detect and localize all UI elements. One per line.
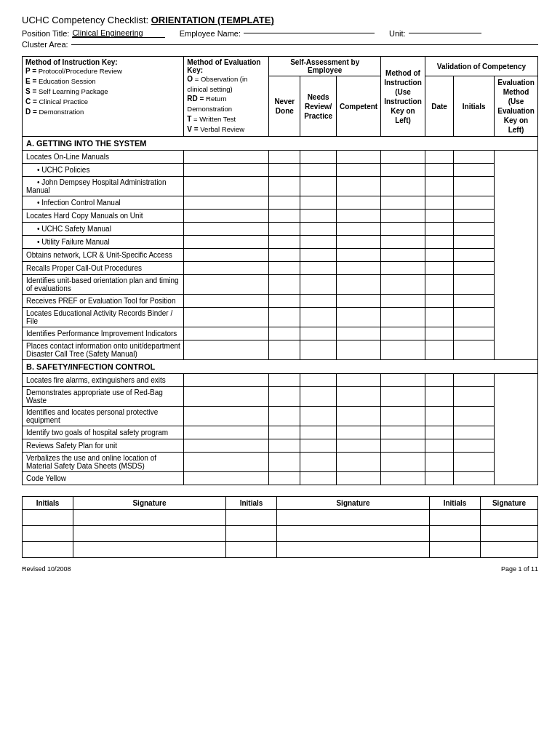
needs-review-header: Needs Review/ Practice [300, 76, 337, 137]
sig-signature-cell [277, 510, 430, 526]
needs-review-cell [269, 387, 300, 407]
sig-initials-cell [430, 542, 481, 558]
date-cell [381, 177, 425, 196]
needs-review-cell [269, 275, 300, 295]
task-cell: Reviews Safety Plan for unit [23, 439, 184, 453]
initials-cell [425, 426, 453, 439]
table-row: Identify two goals of hospital safety pr… [23, 426, 538, 439]
competent-cell [300, 196, 337, 210]
sig-row [23, 542, 538, 558]
sig-initials-cell [430, 510, 481, 526]
eval-cell [454, 275, 495, 295]
competent-cell [300, 407, 337, 426]
method-cell [336, 275, 380, 295]
method-cell [336, 177, 380, 196]
competent-cell [300, 262, 337, 275]
initials-cell [425, 262, 453, 275]
never-done-cell [184, 164, 269, 177]
validation-header: Validation of Competency [425, 57, 537, 76]
revised-text: Revised 10/2008 [22, 565, 71, 573]
sig-initials-cell [23, 526, 73, 542]
competent-cell [300, 340, 337, 360]
method-cell [336, 308, 380, 327]
needs-review-cell [269, 249, 300, 262]
method-cell [336, 295, 380, 308]
method-cell [336, 439, 380, 453]
never-done-header: Never Done [269, 76, 300, 137]
method-cell [336, 262, 380, 275]
needs-review-cell [269, 374, 300, 387]
needs-review-cell [269, 295, 300, 308]
never-done-cell [184, 223, 269, 236]
method-cell [336, 426, 380, 439]
task-cell: Locates Hard Copy Manuals on Unit [23, 210, 184, 223]
date-cell [381, 295, 425, 308]
sig-initials-cell [23, 510, 73, 526]
table-row: Reviews Safety Plan for unit [23, 439, 538, 453]
never-done-cell [184, 249, 269, 262]
table-row: Locates On-Line Manuals [23, 151, 538, 164]
competent-cell [300, 308, 337, 327]
date-cell [381, 151, 425, 164]
needs-review-cell [269, 439, 300, 453]
competent-cell [300, 223, 337, 236]
date-cell [381, 196, 425, 210]
method-cell [336, 407, 380, 426]
self-assessment-label: Self-Assessment by Employee [290, 58, 359, 74]
competent-cell [300, 275, 337, 295]
needs-review-cell [269, 308, 300, 327]
eval-cell [454, 295, 495, 308]
never-done-cell [184, 262, 269, 275]
bullet-task: Infection Control Manual [26, 199, 121, 207]
method-cell [336, 374, 380, 387]
competent-cell [300, 453, 337, 472]
needs-review-cell [269, 472, 300, 485]
task-cell: Recalls Proper Call-Out Procedures [23, 262, 184, 275]
eval-cell [454, 196, 495, 210]
method-cell [336, 249, 380, 262]
page-text: Page 1 of 11 [501, 565, 538, 573]
eval-cell [454, 177, 495, 196]
sig-signature-cell [481, 510, 538, 526]
competent-header: Competent [336, 76, 380, 137]
date-cell [381, 472, 425, 485]
sig-row [23, 526, 538, 542]
date-cell [381, 308, 425, 327]
bullet-task: John Dempsey Hospital Administration Man… [26, 178, 166, 194]
initials-cell [425, 249, 453, 262]
initials-cell [425, 327, 453, 340]
needs-review-cell [269, 407, 300, 426]
needs-review-cell [269, 151, 300, 164]
initials-cell [425, 472, 453, 485]
initials-cell [425, 151, 453, 164]
self-assessment-header: Self-Assessment by Employee [269, 57, 381, 76]
eval-cell [454, 439, 495, 453]
sig-initials-3-header: Initials [430, 497, 481, 510]
cluster-label: Cluster Area: [22, 40, 68, 49]
initials-cell [425, 164, 453, 177]
employee-value [244, 33, 375, 33]
initials-cell [425, 453, 453, 472]
sig-initials-1-header: Initials [23, 497, 73, 510]
eval-cell [454, 308, 495, 327]
unit-label: Unit: [389, 29, 406, 38]
never-done-cell [184, 407, 269, 426]
needs-review-cell [269, 210, 300, 223]
table-row: Identifies Performance Improvement Indic… [23, 327, 538, 340]
table-row: Code Yellow [23, 472, 538, 485]
cluster-value [71, 44, 538, 45]
needs-review-cell [269, 262, 300, 275]
needs-review-cell [269, 236, 300, 249]
sig-header-row: Initials Signature Initials Signature In… [23, 497, 538, 510]
table-row: UCHC Policies [23, 164, 538, 177]
task-cell: UCHC Safety Manual [23, 223, 184, 236]
key-eval-title: Method of Evaluation Key: [187, 58, 260, 74]
method-cell [336, 387, 380, 407]
never-done-cell [184, 295, 269, 308]
validation-label: Validation of Competency [437, 63, 526, 71]
task-cell: Locates Educational Activity Records Bin… [23, 308, 184, 327]
never-done-cell [184, 426, 269, 439]
method-instruction-header: Method of Instruction (Use Instruction K… [381, 57, 425, 137]
sig-signature-cell [277, 542, 430, 558]
sig-initials-cell [23, 542, 73, 558]
